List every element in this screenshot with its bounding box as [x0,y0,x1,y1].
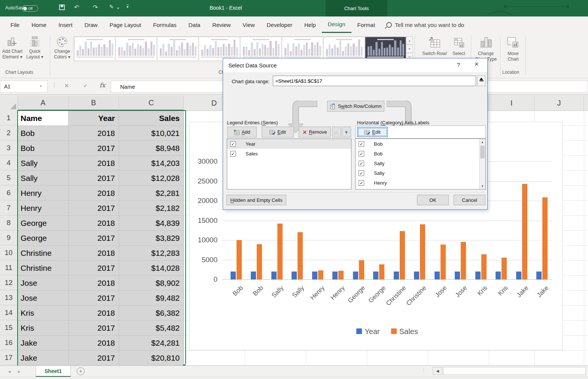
cell-A4[interactable]: Sally [18,156,68,171]
cell-C1[interactable]: Sales [119,111,184,126]
cell-B3[interactable]: 2017 [68,141,119,156]
scrollbar-thumb[interactable] [480,146,485,158]
axis-label-checkbox-4[interactable]: ✓ [359,180,364,186]
cell-B2[interactable]: 2018 [68,126,119,141]
axis-label-checkbox-1[interactable]: ✓ [359,151,364,157]
sheet-nav-next-icon[interactable]: ▸ [18,369,20,374]
column-header-I[interactable]: I [489,96,534,110]
add-series-button[interactable]: Add [227,127,257,137]
cell-A8[interactable]: George [18,216,68,231]
legend-entry-row-0[interactable]: ✓Year [227,139,351,149]
name-box-splitter[interactable]: ⋮ [52,82,57,88]
cell-B7[interactable]: 2017 [68,201,119,216]
cell-A10[interactable]: Christine [18,246,68,261]
new-sheet-button[interactable]: + [77,367,85,375]
cell-A17[interactable]: Jake [18,351,68,366]
tab-insert[interactable]: Insert [52,16,79,33]
confirm-entry-icon[interactable]: ✓ [83,82,88,89]
chart-style-thumbnail-7[interactable] [323,37,365,61]
select-data-ribbon-button[interactable]: Select [449,36,469,57]
cell-A7[interactable]: Henry [18,201,68,216]
chart-data-range-input[interactable]: =Sheet1!$A$1:$C$17 [273,76,476,86]
cell-C5[interactable]: $12,028 [119,171,184,186]
cell-B15[interactable]: 2017 [68,321,119,336]
tab-help[interactable]: Help [298,16,322,33]
row-header-7[interactable]: 7 [0,201,17,215]
tab-format[interactable]: Format [351,16,381,33]
quick-layout-button[interactable]: Quick Layout ▾ [25,36,45,60]
collapse-dialog-button[interactable] [477,76,485,86]
name-box[interactable]: A1 ▾ [0,81,48,93]
hidden-empty-cells-button[interactable]: Hidden and Empty Cells [226,195,286,205]
scrollbar-up-icon[interactable]: ▴ [479,140,485,144]
tabbar-splitter[interactable]: ⋮ [421,368,426,373]
axis-label-row-0[interactable]: ✓Bob [356,139,485,149]
cell-A16[interactable]: Jake [18,336,68,351]
row-header-11[interactable]: 11 [0,261,17,275]
cell-A11[interactable]: Christine [18,261,68,276]
sheet-nav-prev-icon[interactable]: ◂ [8,369,10,374]
undo-icon[interactable]: ↶ [74,4,79,11]
move-up-button[interactable]: △ [332,127,341,137]
cell-C17[interactable]: $20,810 [119,351,184,366]
cell-B8[interactable]: 2018 [68,216,119,231]
cell-C16[interactable]: $24,281 [119,336,184,351]
cell-B9[interactable]: 2017 [68,231,119,246]
row-header-17[interactable]: 17 [0,351,17,365]
chart-style-thumbnail-6[interactable] [282,37,323,61]
save-icon[interactable] [59,4,65,10]
axis-label-row-4[interactable]: ✓Henry [356,178,485,188]
cell-B1[interactable]: Year [68,111,119,126]
move-chart-button[interactable]: Move Chart [502,36,524,62]
cell-A14[interactable]: Kris [18,306,68,321]
sheet-tab-sheet1[interactable]: Sheet1 [36,366,71,377]
draw-touch-icon[interactable]: ✎ [109,4,114,10]
cell-C11[interactable]: $14,028 [119,261,184,276]
cell-C7[interactable]: $2,182 [119,201,184,216]
column-header-J[interactable]: J [534,96,584,110]
tab-data[interactable]: Data [182,16,206,33]
dropdown-caret-icon[interactable]: ▾ [117,6,119,10]
switch-row-column-ribbon-button[interactable]: Switch Row/ [420,36,449,57]
chart-style-thumbnail-8[interactable] [365,37,406,61]
cell-B10[interactable]: 2018 [68,246,119,261]
cell-C3[interactable]: $8,948 [119,141,184,156]
cell-B12[interactable]: 2018 [68,276,119,291]
axis-label-checkbox-0[interactable]: ✓ [359,141,364,147]
chart-style-thumbnail-2[interactable] [116,37,157,61]
column-header-B[interactable]: B [68,96,119,110]
tab-developer[interactable]: Developer [261,16,298,33]
row-header-3[interactable]: 3 [0,141,17,155]
cell-B5[interactable]: 2017 [68,171,119,186]
tab-draw[interactable]: Draw [79,16,104,33]
row-header-16[interactable]: 16 [0,336,17,350]
cell-A9[interactable]: George [18,231,68,246]
hscroll-left-button[interactable]: ◀ [433,367,442,375]
row-header-12[interactable]: 12 [0,276,17,290]
cell-A13[interactable]: Jose [18,291,68,306]
legend-entry-checkbox-1[interactable]: ✓ [230,151,236,157]
gallery-scroll-up-icon[interactable]: ▴ [406,36,413,45]
chart-style-thumbnail-4[interactable] [199,37,240,61]
legend-entry-row-1[interactable]: ✓Sales [227,149,351,158]
tab-home[interactable]: Home [25,16,52,33]
cell-B17[interactable]: 2017 [68,351,119,366]
row-header-5[interactable]: 5 [0,171,17,185]
row-header-13[interactable]: 13 [0,291,17,305]
add-chart-element-button[interactable]: Add Chart Element ▾ [1,36,24,60]
chart-style-thumbnail-5[interactable] [240,37,281,61]
axis-label-checkbox-3[interactable]: ✓ [359,170,364,176]
cell-C14[interactable]: $6,382 [119,306,184,321]
quick-access-customize-icon[interactable]: ▾ [127,4,129,9]
chart-style-thumbnail-3[interactable] [157,37,198,61]
select-all-corner[interactable] [0,96,18,111]
row-header-8[interactable]: 8 [0,216,17,230]
tab-design[interactable]: Design [322,16,351,33]
cell-A3[interactable]: Bob [18,141,68,156]
name-box-dropdown-icon[interactable]: ▾ [40,84,42,88]
cell-A1[interactable]: Name [18,111,68,126]
switch-row-column-button[interactable]: Switch Row/Column [327,101,384,112]
chart-style-thumbnail-1[interactable] [74,37,115,61]
dialog-title-bar[interactable]: Select Data Source ? × [223,58,487,72]
cell-C9[interactable]: $3,829 [119,231,184,246]
